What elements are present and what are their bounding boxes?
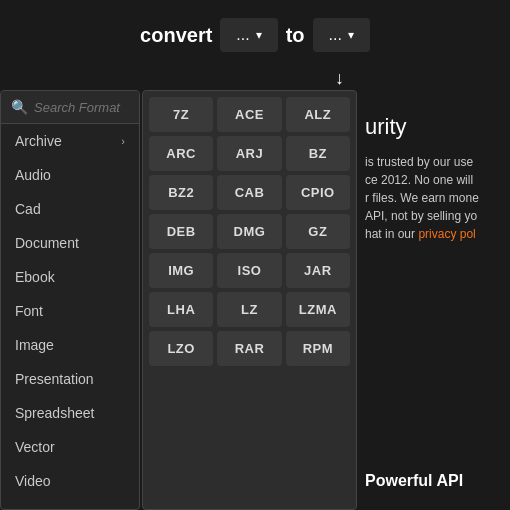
category-item-cad[interactable]: Cad <box>1 192 139 226</box>
category-label: Presentation <box>15 371 94 387</box>
formats-grid: 7ZACEALZARCARJBZBZ2CABCPIODEBDMGGZIMGISO… <box>142 90 357 510</box>
format-button-bz[interactable]: BZ <box>286 136 350 171</box>
category-item-audio[interactable]: Audio <box>1 158 139 192</box>
category-item-spreadsheet[interactable]: Spreadsheet <box>1 396 139 430</box>
category-label: Document <box>15 235 79 251</box>
category-item-archive[interactable]: Archive› <box>1 124 139 158</box>
bg-text2: ce 2012. No one will <box>365 171 500 189</box>
format-button-cpio[interactable]: CPIO <box>286 175 350 210</box>
to-dropdown-button[interactable]: ... ▾ <box>313 18 370 52</box>
chevron-right-icon: › <box>121 135 125 147</box>
from-btn-label: ... <box>236 26 249 44</box>
format-button-bz2[interactable]: BZ2 <box>149 175 213 210</box>
category-item-vector[interactable]: Vector <box>1 430 139 464</box>
format-button-iso[interactable]: ISO <box>217 253 281 288</box>
format-row: LZORARRPM <box>149 331 350 366</box>
search-input[interactable] <box>34 100 129 115</box>
format-button-lzma[interactable]: LZMA <box>286 292 350 327</box>
format-button-lha[interactable]: LHA <box>149 292 213 327</box>
search-icon: 🔍 <box>11 99 28 115</box>
format-button-dmg[interactable]: DMG <box>217 214 281 249</box>
privacy-link[interactable]: privacy pol <box>418 227 475 241</box>
format-button-cab[interactable]: CAB <box>217 175 281 210</box>
to-label: to <box>286 24 305 47</box>
search-bar: 🔍 <box>1 91 139 124</box>
category-item-image[interactable]: Image <box>1 328 139 362</box>
format-button-jar[interactable]: JAR <box>286 253 350 288</box>
format-button-ace[interactable]: ACE <box>217 97 281 132</box>
category-label: Cad <box>15 201 41 217</box>
format-button-arc[interactable]: ARC <box>149 136 213 171</box>
format-row: DEBDMGGZ <box>149 214 350 249</box>
format-button-rpm[interactable]: RPM <box>286 331 350 366</box>
bg-text1: is trusted by our use <box>365 153 500 171</box>
format-button-alz[interactable]: ALZ <box>286 97 350 132</box>
from-dropdown-button[interactable]: ... ▾ <box>220 18 277 52</box>
format-button-rar[interactable]: RAR <box>217 331 281 366</box>
format-button-7z[interactable]: 7Z <box>149 97 213 132</box>
category-label: Font <box>15 303 43 319</box>
format-button-arj[interactable]: ARJ <box>217 136 281 171</box>
category-item-presentation[interactable]: Presentation <box>1 362 139 396</box>
format-button-deb[interactable]: DEB <box>149 214 213 249</box>
category-label: Ebook <box>15 269 55 285</box>
bg-bottom-text: Powerful API <box>355 462 510 500</box>
category-label: Archive <box>15 133 62 149</box>
format-row: LHALZLZMA <box>149 292 350 327</box>
category-label: Image <box>15 337 54 353</box>
bg-text3: r files. We earn mone <box>365 189 500 207</box>
category-dropdown: 🔍 Archive›AudioCadDocumentEbookFontImage… <box>0 90 140 510</box>
convert-label: convert <box>140 24 212 47</box>
bg-right-text: urity is trusted by our use ce 2012. No … <box>355 100 510 253</box>
format-button-img[interactable]: IMG <box>149 253 213 288</box>
category-list: Archive›AudioCadDocumentEbookFontImagePr… <box>1 124 139 498</box>
format-row: IMGISOJAR <box>149 253 350 288</box>
category-label: Spreadsheet <box>15 405 94 421</box>
to-dropdown-arrow-icon: ▾ <box>348 28 354 42</box>
format-button-lz[interactable]: LZ <box>217 292 281 327</box>
bg-text4: API, not by selling yo <box>365 207 500 225</box>
format-row: BZ2CABCPIO <box>149 175 350 210</box>
bg-heading: urity <box>365 110 500 143</box>
category-label: Video <box>15 473 51 489</box>
category-item-video[interactable]: Video <box>1 464 139 498</box>
bg-text5: hat in our privacy pol <box>365 225 500 243</box>
category-label: Audio <box>15 167 51 183</box>
format-row: 7ZACEALZ <box>149 97 350 132</box>
category-label: Vector <box>15 439 55 455</box>
category-item-ebook[interactable]: Ebook <box>1 260 139 294</box>
format-button-lzo[interactable]: LZO <box>149 331 213 366</box>
top-bar: convert ... ▾ to ... ▾ <box>0 0 510 70</box>
category-item-font[interactable]: Font <box>1 294 139 328</box>
format-button-gz[interactable]: GZ <box>286 214 350 249</box>
format-row: ARCARJBZ <box>149 136 350 171</box>
formats-inner[interactable]: 7ZACEALZARCARJBZBZ2CABCPIODEBDMGGZIMGISO… <box>143 91 356 509</box>
from-dropdown-arrow-icon: ▾ <box>256 28 262 42</box>
to-btn-label: ... <box>329 26 342 44</box>
category-item-document[interactable]: Document <box>1 226 139 260</box>
